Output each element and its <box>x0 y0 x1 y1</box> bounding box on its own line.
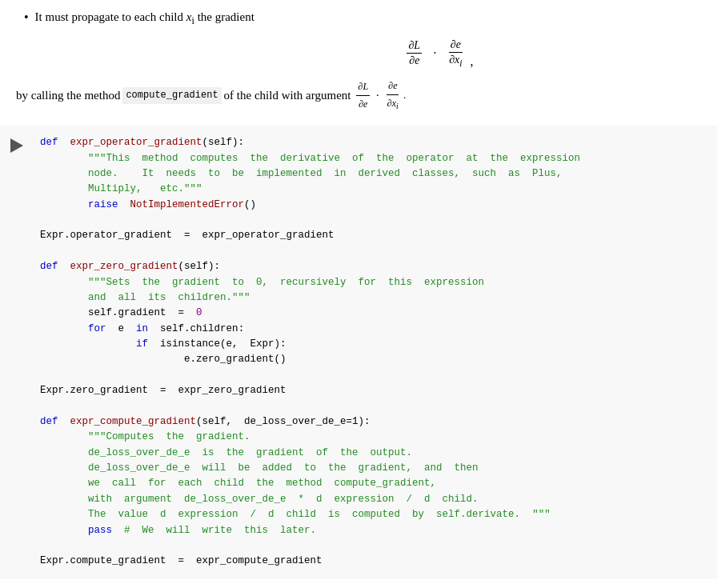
page-content: • It must propagate to each child xi the… <box>0 0 717 587</box>
math-formula: ∂L ∂e · ∂e ∂xi , <box>176 38 701 69</box>
bullet-section: • It must propagate to each child xi the… <box>16 8 701 113</box>
bullet-var: xi <box>186 10 194 23</box>
code-block: def expr_operator_gradient(self): """Thi… <box>40 135 701 570</box>
inline-fraction-1: ∂L ∂e <box>356 79 370 112</box>
method-name: compute_gradient <box>122 87 221 104</box>
fraction-1: ∂L ∂e <box>407 39 422 67</box>
run-triangle-icon <box>10 138 23 153</box>
dot-operator: · <box>433 46 436 60</box>
run-button[interactable] <box>8 137 26 154</box>
by-calling-prefix: by calling the method <box>16 86 120 105</box>
inline-dot: · <box>376 86 379 105</box>
by-calling-line: by calling the method compute_gradient o… <box>16 78 701 114</box>
inline-fraction-2: ∂e ∂xi <box>386 78 400 114</box>
bullet-prefix: It must propagate to each child <box>35 10 186 23</box>
fraction-2: ∂e ∂xi <box>447 38 463 69</box>
code-block-container: def expr_operator_gradient(self): """Thi… <box>0 126 717 579</box>
inline-period: . <box>403 87 406 104</box>
inline-formula: ∂L ∂e · ∂e ∂xi . <box>353 78 406 114</box>
bullet-dot: • <box>24 8 29 27</box>
bullet-item: • It must propagate to each child xi the… <box>16 8 701 29</box>
bullet-text: It must propagate to each child xi the g… <box>35 8 254 29</box>
by-calling-middle: of the child with argument <box>224 86 351 105</box>
bullet-suffix: the gradient <box>194 10 254 23</box>
formula-comma: , <box>471 54 474 68</box>
